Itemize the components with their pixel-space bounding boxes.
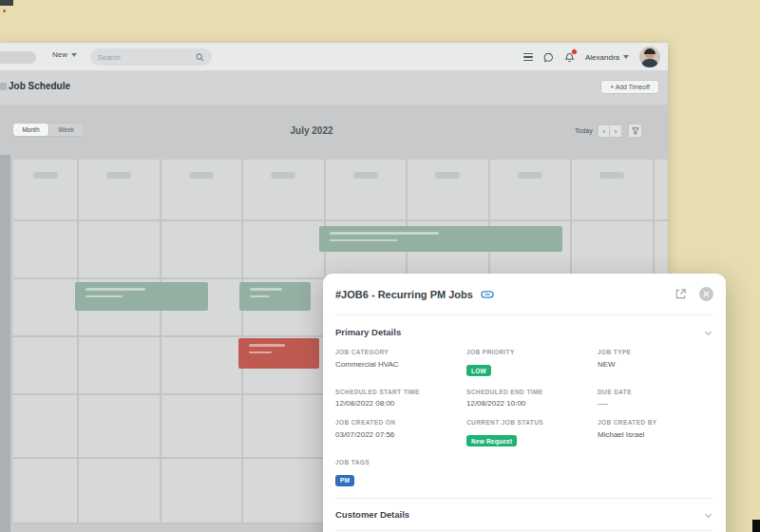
calendar-day-cell[interactable]	[79, 459, 160, 522]
calendar-day-cell[interactable]	[572, 221, 653, 277]
next-month-button[interactable]: ›	[610, 124, 622, 138]
calendar-day-cell[interactable]	[243, 395, 324, 457]
page-header: Job Schedule + Add Timeoff	[0, 71, 668, 104]
event-text-placeholder	[330, 232, 439, 235]
detail-field-label: JOB TYPE	[598, 349, 713, 355]
calendar-day-cell[interactable]	[79, 337, 160, 393]
calendar-day-cell[interactable]	[79, 160, 160, 219]
calendar-day-cell[interactable]	[490, 160, 571, 219]
calendar-day-cell[interactable]	[162, 337, 242, 393]
calendar-day-cell[interactable]	[162, 160, 242, 219]
open-external-button[interactable]	[674, 288, 687, 300]
panel-header: #JOB6 - Recurring PM Jobs	[335, 274, 713, 315]
calendar-day-cell[interactable]	[13, 279, 77, 335]
detail-field: JOB CATEGORYCommercial HVAC	[335, 349, 466, 377]
event-green-mid[interactable]	[239, 282, 311, 311]
app-logo	[0, 51, 36, 64]
page-title: Job Schedule	[9, 81, 70, 91]
event-green-left[interactable]	[75, 282, 208, 311]
status-badge: New Request	[466, 435, 517, 446]
calendar-day-cell[interactable]	[655, 221, 669, 277]
calendar-day-cell[interactable]	[162, 221, 242, 277]
primary-details-heading: Primary Details	[335, 327, 401, 337]
event-red[interactable]	[238, 338, 319, 369]
chevron-down-icon	[705, 511, 712, 518]
filter-button[interactable]	[628, 124, 642, 138]
calendar-day-cell[interactable]	[572, 160, 653, 219]
screenshot-artifact	[752, 520, 760, 532]
event-text-placeholder	[250, 288, 282, 291]
menu-icon[interactable]	[523, 53, 533, 62]
calendar-day-cell[interactable]	[408, 160, 488, 219]
chevron-down-icon	[71, 53, 77, 57]
detail-field-label: DUE DATE	[598, 389, 713, 395]
day-number-placeholder	[599, 172, 624, 179]
user-name-label: Alexandra	[585, 53, 619, 62]
avatar[interactable]	[639, 47, 660, 67]
detail-field-value: Michael Israel	[598, 430, 713, 439]
detail-field-value: 03/07/2022 07:56	[335, 430, 466, 439]
detail-field-label: JOB CATEGORY	[335, 349, 466, 355]
filter-funnel-icon	[632, 127, 639, 135]
event-green-long[interactable]	[319, 226, 562, 252]
status-badge: LOW	[466, 365, 491, 376]
calendar-day-cell[interactable]	[13, 459, 77, 522]
detail-field-label: SCHEDULED START TIME	[335, 389, 466, 395]
day-number-placeholder	[33, 172, 58, 179]
detail-field-label: JOB PRIORITY	[466, 349, 598, 355]
calendar-day-cell[interactable]	[13, 337, 77, 393]
calendar-day-cell[interactable]	[79, 395, 160, 457]
calendar-left-gutter	[0, 155, 10, 532]
calendar-day-cell[interactable]	[13, 221, 77, 277]
calendar-month-title: July 2022	[0, 125, 623, 136]
detail-field-value: NEW	[598, 360, 713, 369]
link-icon[interactable]	[481, 291, 494, 298]
chevron-down-icon	[623, 55, 629, 59]
screenshot-artifact	[0, 0, 13, 6]
detail-field: JOB TAGSPM	[335, 459, 466, 487]
event-text-placeholder	[249, 344, 285, 347]
day-number-placeholder	[271, 172, 295, 179]
detail-field: DUE DATE----	[598, 389, 713, 408]
new-dropdown[interactable]: New	[52, 50, 77, 59]
top-navbar: New Search Alexandra	[0, 43, 668, 71]
calendar-day-cell[interactable]	[162, 459, 242, 522]
detail-field-label: SCHEDULED END TIME	[466, 389, 598, 395]
calendar-day-cell[interactable]	[162, 395, 242, 457]
detail-field: CURRENT JOB STATUSNew Request	[466, 419, 598, 447]
screenshot-artifact-dot	[3, 10, 6, 12]
detail-field-value: 12/08/2022 10:00	[466, 399, 598, 408]
day-number-placeholder	[106, 172, 131, 179]
day-number-placeholder	[435, 172, 460, 179]
calendar-day-cell[interactable]	[13, 160, 77, 219]
collapsed-section-customer-details[interactable]: Customer Details	[335, 498, 713, 530]
event-text-placeholder	[86, 288, 145, 291]
calendar-day-cell[interactable]	[243, 160, 324, 219]
calendar-day-cell[interactable]	[655, 160, 669, 219]
chat-icon[interactable]	[543, 52, 554, 63]
chevron-down-icon	[705, 328, 712, 334]
today-button[interactable]: Today	[575, 127, 593, 134]
primary-details-header[interactable]: Primary Details	[335, 318, 713, 345]
search-placeholder: Search	[98, 53, 196, 62]
detail-field: JOB CREATED ON03/07/2022 07:56	[335, 419, 466, 447]
close-panel-button[interactable]	[699, 287, 713, 301]
calendar-day-cell[interactable]	[243, 459, 324, 522]
notifications-bell-icon[interactable]	[564, 52, 575, 63]
calendar-day-cell[interactable]	[326, 160, 407, 219]
detail-field: JOB TYPENEW	[598, 349, 713, 377]
notification-badge	[571, 48, 578, 55]
detail-field-value: Commercial HVAC	[335, 360, 466, 369]
calendar-day-cell[interactable]	[243, 221, 324, 277]
calendar-day-cell[interactable]	[13, 395, 77, 457]
search-input[interactable]: Search	[90, 48, 212, 66]
detail-field: SCHEDULED START TIME12/08/2022 08:00	[335, 389, 466, 408]
job-title: #JOB6 - Recurring PM Jobs	[335, 289, 473, 300]
detail-field-label: JOB CREATED ON	[335, 419, 466, 426]
job-details-panel: #JOB6 - Recurring PM Jobs Primary Detail…	[323, 274, 726, 532]
add-timeoff-button[interactable]: + Add Timeoff	[600, 80, 659, 94]
prev-month-button[interactable]: ‹	[598, 124, 610, 138]
detail-field-label: JOB TAGS	[335, 459, 466, 466]
calendar-day-cell[interactable]	[79, 221, 160, 277]
user-menu[interactable]: Alexandra	[585, 53, 629, 62]
